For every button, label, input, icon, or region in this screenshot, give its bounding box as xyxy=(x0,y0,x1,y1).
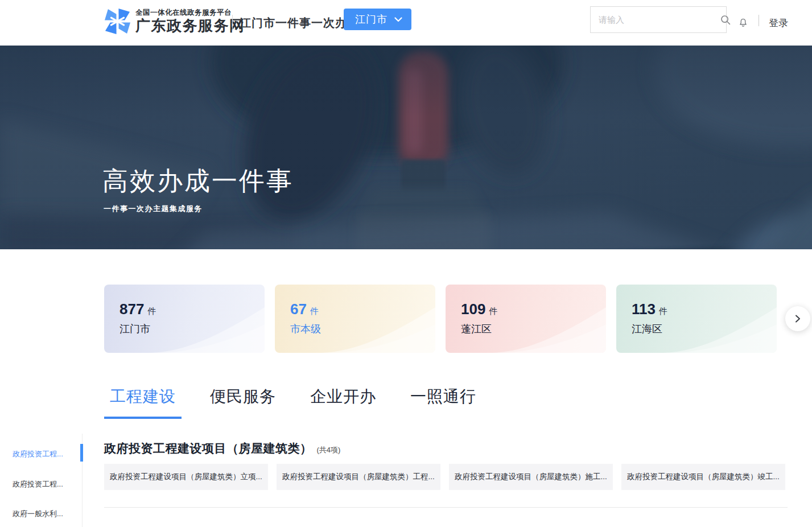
search-input[interactable] xyxy=(591,15,716,24)
stats-count: 109 xyxy=(461,302,485,316)
stats-unit: 件 xyxy=(489,306,497,316)
stats-unit: 件 xyxy=(147,306,156,316)
stats-card-shibenji[interactable]: 67件 市本级 xyxy=(275,285,435,353)
sidebar-item-2[interactable]: 政府投资工程... xyxy=(13,479,80,489)
service-item-shigong[interactable]: 政府投资工程建设项目（房屋建筑类）施工... xyxy=(449,464,613,490)
hero-title: 高效办成一件事 xyxy=(102,164,294,198)
bell-icon xyxy=(739,16,748,30)
notifications-button[interactable] xyxy=(735,13,751,33)
site-name: 广东政务服务网 xyxy=(135,17,245,34)
sidebar-item-1[interactable]: 政府投资工程... xyxy=(13,449,80,459)
tab-bianminfuwu[interactable]: 便民服务 xyxy=(204,386,282,419)
section-title: 政府投资工程建设项目（房屋建筑类） xyxy=(104,440,312,456)
header-divider-2 xyxy=(759,15,759,26)
stats-region: 江门市 xyxy=(119,322,265,336)
search-button[interactable] xyxy=(716,7,735,32)
section-header: 政府投资工程建设项目（房屋建筑类） (共4项) xyxy=(104,440,340,456)
tab-gongchengjianshe[interactable]: 工程建设 xyxy=(104,386,182,419)
stats-count: 67 xyxy=(290,302,307,316)
login-link[interactable]: 登录 xyxy=(769,0,788,46)
pinwheel-logo-icon xyxy=(104,8,131,35)
tab-qiyekaiban[interactable]: 企业开办 xyxy=(304,386,382,419)
chevron-right-icon xyxy=(794,315,802,323)
service-item-lixiang[interactable]: 政府投资工程建设项目（房屋建筑类）立项... xyxy=(104,464,268,490)
chevron-down-icon xyxy=(394,17,402,22)
header-divider xyxy=(232,15,233,31)
region-selector-button[interactable]: 江门市 xyxy=(344,9,411,30)
tab-yizhaotongxing[interactable]: 一照通行 xyxy=(405,386,482,419)
stats-region: 蓬江区 xyxy=(461,322,606,336)
section-item-count: (共4项) xyxy=(317,445,341,455)
stats-card-jiangmen[interactable]: 877件 江门市 xyxy=(104,285,265,353)
hero-subtitle: 一件事一次办主题集成服务 xyxy=(104,204,203,214)
sidebar-item-3[interactable]: 政府一般水利... xyxy=(13,509,80,519)
search-icon xyxy=(720,14,731,26)
region-selector-label: 江门市 xyxy=(355,13,388,26)
section-bottom-divider xyxy=(104,507,788,508)
site-logo[interactable]: 全国一体化在线政务服务平台 广东政务服务网 xyxy=(104,8,245,35)
stats-region: 江海区 xyxy=(632,322,777,336)
sidebar-active-indicator xyxy=(80,444,83,462)
service-item-gongcheng[interactable]: 政府投资工程建设项目（房屋建筑类）工程... xyxy=(277,464,440,490)
top-header: 全国一体化在线政务服务平台 广东政务服务网 江门市一件事一次办 江门市 xyxy=(0,0,812,46)
stats-card-pengjiang[interactable]: 109件 蓬江区 xyxy=(446,285,606,353)
category-tabs: 工程建设 便民服务 企业开办 一照通行 xyxy=(104,386,482,419)
search-box xyxy=(590,6,727,33)
hero-banner: 高效办成一件事 一件事一次办主题集成服务 xyxy=(0,46,812,249)
stats-unit: 件 xyxy=(310,306,319,316)
hero-banner-image xyxy=(0,46,812,249)
service-item-jungong[interactable]: 政府投资工程建设项目（房屋建筑类）竣工... xyxy=(621,464,785,490)
page: 全国一体化在线政务服务平台 广东政务服务网 江门市一件事一次办 江门市 xyxy=(0,0,812,527)
page-title: 江门市一件事一次办 xyxy=(240,0,347,46)
stats-unit: 件 xyxy=(659,306,667,316)
stats-region: 市本级 xyxy=(290,322,435,336)
logo-text: 全国一体化在线政务服务平台 广东政务服务网 xyxy=(135,9,245,34)
platform-label: 全国一体化在线政务服务平台 xyxy=(135,9,245,17)
stats-count: 877 xyxy=(119,302,144,316)
stats-card-jianghai[interactable]: 113件 江海区 xyxy=(616,285,777,353)
carousel-next-button[interactable] xyxy=(785,306,810,331)
stats-count: 113 xyxy=(632,302,656,316)
